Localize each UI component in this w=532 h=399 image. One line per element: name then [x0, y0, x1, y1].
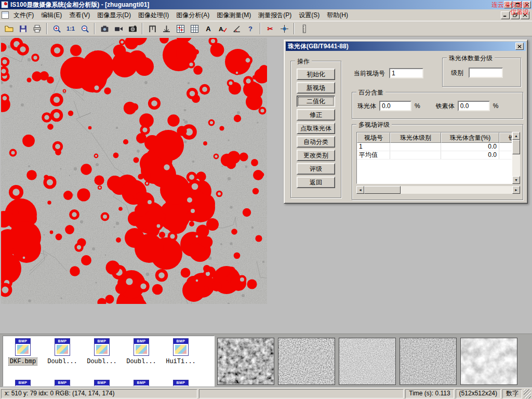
menu-item-measure-report[interactable]: 测量报告(P): [255, 9, 295, 21]
scroll-left-icon[interactable]: ◄: [356, 186, 364, 194]
file-item[interactable]: BMPDoubl...: [122, 336, 161, 366]
toolbar-separator: [142, 23, 143, 34]
image-size-info: (512x512x24): [456, 389, 501, 398]
grading-group: 珠光体数量分级 级别: [442, 58, 521, 87]
menu-item-settings[interactable]: 设置(S): [295, 9, 323, 21]
table-header-2[interactable]: 珠光体含量(%): [441, 132, 499, 143]
table-vertical-scrollbar[interactable]: ▲ ▼: [512, 132, 520, 184]
menu-item-help[interactable]: 帮助(H): [323, 9, 352, 21]
level-label: 级别: [451, 69, 463, 77]
toolbar-help-button[interactable]: ?: [244, 22, 257, 35]
table-header-3[interactable]: 铁素: [499, 132, 512, 143]
op-button-initialize[interactable]: 初始化: [297, 69, 335, 80]
op-button-change-category[interactable]: 更改类别: [297, 150, 335, 161]
menu-item-view[interactable]: 查看(V): [65, 9, 94, 21]
micrograph-image[interactable]: [1, 38, 267, 304]
toolbar-crosshair-button[interactable]: [277, 22, 291, 35]
cut-icon: ✂: [268, 25, 273, 33]
mdi-close-button[interactable]: [521, 11, 529, 19]
toolbar-grid-button[interactable]: [188, 22, 201, 35]
menu-item-file[interactable]: 文件(F): [10, 9, 37, 21]
toolbar-print-button[interactable]: [30, 22, 44, 35]
op-button-new-field[interactable]: 新视场: [297, 82, 335, 94]
maximize-button[interactable]: [513, 1, 522, 8]
svg-text:A: A: [219, 25, 223, 32]
scroll-down-icon[interactable]: ▼: [512, 176, 520, 184]
toolbar-zoom-in-button[interactable]: [50, 22, 63, 35]
pearlite-input[interactable]: [379, 101, 411, 111]
mdi-minimize-button[interactable]: [501, 11, 510, 19]
caliper-2-icon: [162, 24, 171, 33]
op-button-rate[interactable]: 评级: [297, 163, 335, 175]
dialog-close-button[interactable]: [515, 43, 524, 50]
file-item-partial[interactable]: BMP: [43, 378, 82, 387]
table-horizontal-scrollbar[interactable]: ◄ ►: [356, 186, 520, 194]
resize-grip[interactable]: [524, 389, 531, 398]
toolbar-angle-button[interactable]: [230, 22, 243, 35]
toolbar-camera-button[interactable]: [126, 22, 139, 35]
table-header-1[interactable]: 珠光体级别: [390, 132, 441, 143]
toolbar-text-a-button[interactable]: A: [202, 22, 215, 35]
scroll-up-icon[interactable]: ▲: [512, 132, 520, 140]
specimen-thumbnail-4[interactable]: [400, 338, 457, 385]
menu-item-image-process[interactable]: 图像处理(I): [135, 9, 172, 21]
table-cell: 0.0: [441, 151, 499, 159]
toolbar-ruler-button[interactable]: [297, 22, 311, 35]
file-item[interactable]: BMPDoubl...: [43, 336, 82, 366]
toolbar-actual-size-button[interactable]: 1:1: [64, 22, 77, 35]
mdi-restore-button[interactable]: [511, 11, 520, 19]
scrollbar-thumb[interactable]: [512, 140, 520, 154]
table-row[interactable]: 10.0: [357, 143, 512, 151]
toolbar-caliper-2-button[interactable]: [159, 22, 173, 35]
file-item[interactable]: BMPHuiTi...: [161, 336, 201, 366]
table-header-0[interactable]: 视场号: [357, 132, 390, 143]
file-name: Doubl...: [86, 358, 118, 365]
specimen-thumbnail-5[interactable]: [460, 338, 517, 385]
toolbar-video-button[interactable]: [112, 22, 125, 35]
toolbar-open-button[interactable]: [2, 22, 16, 35]
table-cell: 1: [357, 143, 390, 151]
table-cell: [499, 151, 512, 159]
multi-field-legend: 多视场评级: [356, 121, 392, 129]
level-input[interactable]: [469, 68, 503, 78]
menu-item-edit[interactable]: 编辑(E): [37, 9, 65, 21]
menu-item-image-display[interactable]: 图像显示(D): [94, 9, 135, 21]
current-field-input[interactable]: [389, 68, 423, 78]
bmp-file-icon: BMP: [55, 380, 70, 387]
op-button-correct[interactable]: 修正: [297, 109, 335, 121]
toolbar-cut-button[interactable]: ✂: [263, 22, 277, 35]
file-item-partial[interactable]: BMP: [82, 378, 122, 387]
toolbar-zoom-out-button[interactable]: [78, 22, 91, 35]
toolbar-caliper-1-button[interactable]: [145, 22, 159, 35]
op-button-pick-pearlite[interactable]: 点取珠光体: [297, 123, 335, 134]
file-item[interactable]: BMPDoubl...: [82, 336, 122, 366]
table-row[interactable]: 平均值0.0: [357, 151, 512, 159]
file-item-partial[interactable]: BMP: [3, 378, 43, 387]
statusbar-spacer: [199, 389, 404, 398]
scroll-right-icon[interactable]: ►: [512, 186, 520, 194]
op-button-binarize[interactable]: 二值化: [297, 96, 335, 107]
toolbar-grid-mark-button[interactable]: [174, 22, 187, 35]
ferrite-input[interactable]: [458, 101, 490, 111]
menu-item-image-measure[interactable]: 图像测量(M): [213, 9, 255, 21]
scrollbar-thumb[interactable]: [364, 186, 401, 194]
dialog-title-bar[interactable]: 珠光体(GB/T9441-88): [286, 42, 526, 51]
specimen-thumbnail-1[interactable]: [217, 338, 274, 385]
ferrite-label: 铁素体: [436, 102, 455, 111]
toolbar-text-annotate-button[interactable]: A: [216, 22, 229, 35]
toolbar-separator: [294, 23, 295, 34]
zoom-out-icon: [81, 24, 89, 33]
video-icon: [114, 24, 123, 33]
file-item-partial[interactable]: BMP: [122, 378, 161, 387]
close-button[interactable]: [523, 1, 531, 8]
specimen-thumbnail-2[interactable]: [278, 338, 335, 385]
op-button-auto-classify[interactable]: 自动分类: [297, 136, 335, 148]
minimize-button[interactable]: [504, 1, 512, 8]
toolbar-capture-button[interactable]: [98, 22, 111, 35]
menu-item-image-analysis[interactable]: 图像分析(A): [172, 9, 213, 21]
specimen-thumbnail-3[interactable]: [339, 338, 396, 385]
file-item[interactable]: BMPDKF.bmp: [3, 336, 43, 366]
op-button-return[interactable]: 返回: [297, 177, 335, 188]
file-item-partial[interactable]: BMP: [161, 378, 201, 387]
toolbar-save-button[interactable]: [16, 22, 30, 35]
